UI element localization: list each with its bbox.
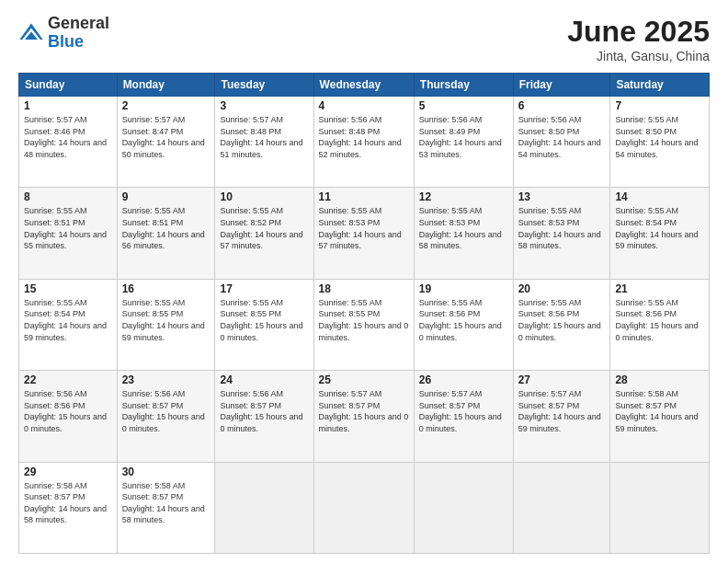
day-number: 18 <box>319 282 409 295</box>
logo-text: General Blue <box>48 15 109 52</box>
day-number: 8 <box>24 190 112 203</box>
day-info: Sunrise: 5:55 AM Sunset: 8:56 PM Dayligh… <box>518 297 606 343</box>
col-saturday: Saturday <box>610 74 710 97</box>
calendar-cell: 20Sunrise: 5:55 AM Sunset: 8:56 PM Dayli… <box>513 279 610 370</box>
calendar-week-1: 1Sunrise: 5:57 AM Sunset: 8:46 PM Daylig… <box>19 97 710 188</box>
day-number: 30 <box>122 465 210 478</box>
day-number: 23 <box>122 373 210 386</box>
day-info: Sunrise: 5:57 AM Sunset: 8:46 PM Dayligh… <box>24 114 112 160</box>
day-info: Sunrise: 5:56 AM Sunset: 8:48 PM Dayligh… <box>319 114 409 160</box>
calendar-cell: 11Sunrise: 5:55 AM Sunset: 8:53 PM Dayli… <box>313 188 414 279</box>
calendar-cell: 30Sunrise: 5:58 AM Sunset: 8:57 PM Dayli… <box>117 462 215 553</box>
day-info: Sunrise: 5:55 AM Sunset: 8:56 PM Dayligh… <box>419 297 508 343</box>
calendar-cell <box>215 462 313 553</box>
day-info: Sunrise: 5:56 AM Sunset: 8:57 PM Dayligh… <box>122 388 210 434</box>
day-info: Sunrise: 5:56 AM Sunset: 8:56 PM Dayligh… <box>24 388 112 434</box>
day-number: 16 <box>122 282 210 295</box>
day-info: Sunrise: 5:55 AM Sunset: 8:55 PM Dayligh… <box>220 297 308 343</box>
day-number: 15 <box>24 282 112 295</box>
day-info: Sunrise: 5:57 AM Sunset: 8:47 PM Dayligh… <box>122 114 210 160</box>
col-friday: Friday <box>513 74 610 97</box>
day-number: 25 <box>319 373 409 386</box>
day-info: Sunrise: 5:55 AM Sunset: 8:52 PM Dayligh… <box>220 205 308 251</box>
calendar-cell: 19Sunrise: 5:55 AM Sunset: 8:56 PM Dayli… <box>414 279 513 370</box>
page: General Blue June 2025 Jinta, Gansu, Chi… <box>0 0 728 563</box>
header: General Blue June 2025 Jinta, Gansu, Chi… <box>18 15 710 63</box>
calendar-header-row: Sunday Monday Tuesday Wednesday Thursday… <box>19 74 710 97</box>
day-number: 9 <box>122 190 210 203</box>
calendar-cell: 12Sunrise: 5:55 AM Sunset: 8:53 PM Dayli… <box>414 188 513 279</box>
day-number: 26 <box>419 373 508 386</box>
day-number: 4 <box>319 99 409 112</box>
col-wednesday: Wednesday <box>313 74 414 97</box>
calendar-week-2: 8Sunrise: 5:55 AM Sunset: 8:51 PM Daylig… <box>19 188 710 279</box>
calendar-cell: 23Sunrise: 5:56 AM Sunset: 8:57 PM Dayli… <box>117 371 215 462</box>
calendar-cell: 27Sunrise: 5:57 AM Sunset: 8:57 PM Dayli… <box>513 371 610 462</box>
col-sunday: Sunday <box>19 74 118 97</box>
day-info: Sunrise: 5:58 AM Sunset: 8:57 PM Dayligh… <box>122 480 210 526</box>
calendar-cell: 24Sunrise: 5:56 AM Sunset: 8:57 PM Dayli… <box>215 371 313 462</box>
col-monday: Monday <box>117 74 215 97</box>
calendar-week-3: 15Sunrise: 5:55 AM Sunset: 8:54 PM Dayli… <box>19 279 710 370</box>
calendar-cell: 28Sunrise: 5:58 AM Sunset: 8:57 PM Dayli… <box>610 371 710 462</box>
day-number: 2 <box>122 99 210 112</box>
day-info: Sunrise: 5:57 AM Sunset: 8:57 PM Dayligh… <box>319 388 409 434</box>
logo-blue: Blue <box>48 33 109 52</box>
calendar-table: Sunday Monday Tuesday Wednesday Thursday… <box>18 73 710 554</box>
day-info: Sunrise: 5:57 AM Sunset: 8:57 PM Dayligh… <box>419 388 508 434</box>
day-number: 10 <box>220 190 308 203</box>
day-info: Sunrise: 5:56 AM Sunset: 8:57 PM Dayligh… <box>220 388 308 434</box>
calendar-cell: 16Sunrise: 5:55 AM Sunset: 8:55 PM Dayli… <box>117 279 215 370</box>
calendar-cell: 2Sunrise: 5:57 AM Sunset: 8:47 PM Daylig… <box>117 97 215 188</box>
day-number: 29 <box>24 465 112 478</box>
day-number: 1 <box>24 99 112 112</box>
day-info: Sunrise: 5:56 AM Sunset: 8:50 PM Dayligh… <box>518 114 606 160</box>
day-info: Sunrise: 5:55 AM Sunset: 8:55 PM Dayligh… <box>319 297 409 343</box>
day-number: 17 <box>220 282 308 295</box>
logo-icon <box>18 20 44 46</box>
day-info: Sunrise: 5:58 AM Sunset: 8:57 PM Dayligh… <box>24 480 112 526</box>
calendar-cell: 7Sunrise: 5:55 AM Sunset: 8:50 PM Daylig… <box>610 97 710 188</box>
day-number: 22 <box>24 373 112 386</box>
calendar-cell: 10Sunrise: 5:55 AM Sunset: 8:52 PM Dayli… <box>215 188 313 279</box>
day-number: 19 <box>419 282 508 295</box>
day-number: 20 <box>518 282 606 295</box>
day-info: Sunrise: 5:57 AM Sunset: 8:48 PM Dayligh… <box>220 114 308 160</box>
calendar-cell: 8Sunrise: 5:55 AM Sunset: 8:51 PM Daylig… <box>19 188 118 279</box>
calendar-cell: 13Sunrise: 5:55 AM Sunset: 8:53 PM Dayli… <box>513 188 610 279</box>
day-info: Sunrise: 5:55 AM Sunset: 8:53 PM Dayligh… <box>319 205 409 251</box>
day-info: Sunrise: 5:56 AM Sunset: 8:49 PM Dayligh… <box>419 114 508 160</box>
calendar-cell <box>313 462 414 553</box>
day-info: Sunrise: 5:55 AM Sunset: 8:53 PM Dayligh… <box>518 205 606 251</box>
logo: General Blue <box>18 15 109 52</box>
calendar-cell: 3Sunrise: 5:57 AM Sunset: 8:48 PM Daylig… <box>215 97 313 188</box>
calendar-cell: 14Sunrise: 5:55 AM Sunset: 8:54 PM Dayli… <box>610 188 710 279</box>
title-area: June 2025 Jinta, Gansu, China <box>567 15 710 63</box>
calendar-cell: 4Sunrise: 5:56 AM Sunset: 8:48 PM Daylig… <box>313 97 414 188</box>
day-number: 28 <box>615 373 704 386</box>
day-number: 13 <box>518 190 606 203</box>
calendar-cell: 9Sunrise: 5:55 AM Sunset: 8:51 PM Daylig… <box>117 188 215 279</box>
day-info: Sunrise: 5:55 AM Sunset: 8:54 PM Dayligh… <box>24 297 112 343</box>
col-tuesday: Tuesday <box>215 74 313 97</box>
day-number: 21 <box>615 282 704 295</box>
calendar-cell: 5Sunrise: 5:56 AM Sunset: 8:49 PM Daylig… <box>414 97 513 188</box>
day-number: 5 <box>419 99 508 112</box>
day-number: 12 <box>419 190 508 203</box>
calendar-cell: 21Sunrise: 5:55 AM Sunset: 8:56 PM Dayli… <box>610 279 710 370</box>
day-number: 27 <box>518 373 606 386</box>
calendar-cell <box>610 462 710 553</box>
day-info: Sunrise: 5:57 AM Sunset: 8:57 PM Dayligh… <box>518 388 606 434</box>
day-info: Sunrise: 5:55 AM Sunset: 8:53 PM Dayligh… <box>419 205 508 251</box>
calendar-cell: 17Sunrise: 5:55 AM Sunset: 8:55 PM Dayli… <box>215 279 313 370</box>
logo-general: General <box>48 15 109 33</box>
calendar-cell: 25Sunrise: 5:57 AM Sunset: 8:57 PM Dayli… <box>313 371 414 462</box>
calendar-cell: 15Sunrise: 5:55 AM Sunset: 8:54 PM Dayli… <box>19 279 118 370</box>
day-number: 3 <box>220 99 308 112</box>
calendar-week-4: 22Sunrise: 5:56 AM Sunset: 8:56 PM Dayli… <box>19 371 710 462</box>
day-info: Sunrise: 5:55 AM Sunset: 8:51 PM Dayligh… <box>122 205 210 251</box>
calendar-cell: 26Sunrise: 5:57 AM Sunset: 8:57 PM Dayli… <box>414 371 513 462</box>
calendar-week-5: 29Sunrise: 5:58 AM Sunset: 8:57 PM Dayli… <box>19 462 710 553</box>
day-number: 14 <box>615 190 704 203</box>
day-number: 24 <box>220 373 308 386</box>
